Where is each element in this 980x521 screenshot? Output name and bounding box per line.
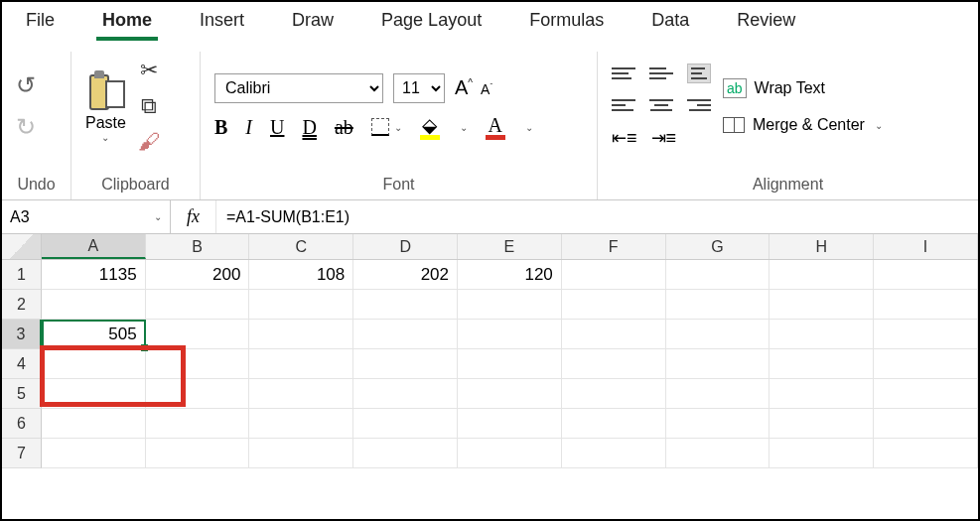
italic-button[interactable]: I [245,116,252,139]
row-header-7[interactable]: 7 [2,439,42,468]
wrap-text-button[interactable]: ab Wrap Text [723,78,883,98]
tab-review[interactable]: Review [731,10,801,37]
row-header-6[interactable]: 6 [2,409,42,439]
fill-color-dropdown-icon[interactable]: ⌄ [460,122,468,133]
redo-icon[interactable]: ↻ [16,113,36,141]
align-right-icon[interactable] [687,95,711,115]
paste-button[interactable]: Paste ⌄ [85,70,126,143]
col-header-H[interactable]: H [770,234,874,259]
row-header-3[interactable]: 3 [2,320,42,349]
cell-C4[interactable] [249,349,353,379]
cell-A4[interactable] [42,349,146,379]
cell-H2[interactable] [770,290,874,320]
select-all-corner[interactable] [2,234,42,259]
cell-G2[interactable] [666,290,770,320]
cell-B4[interactable] [146,349,250,379]
col-header-B[interactable]: B [146,234,250,259]
cell-F2[interactable] [562,290,666,320]
cell-G7[interactable] [666,439,770,468]
cell-D2[interactable] [353,290,458,320]
cell-C5[interactable] [249,379,353,409]
font-color-button[interactable]: A [486,115,505,140]
cell-A7[interactable] [42,439,146,468]
cell-B6[interactable] [146,409,250,439]
cell-H3[interactable] [770,320,874,349]
cell-I4[interactable] [874,349,978,379]
name-box[interactable]: A3 ⌄ [2,200,171,233]
tab-draw[interactable]: Draw [286,10,340,37]
strikethrough-button[interactable]: ab [335,116,353,139]
font-color-dropdown-icon[interactable]: ⌄ [525,122,533,133]
formula-input[interactable] [216,208,978,226]
tab-home[interactable]: Home [96,10,158,41]
cell-A1[interactable]: 1135 [42,260,146,290]
tab-formulas[interactable]: Formulas [523,10,610,37]
cell-I1[interactable] [874,260,978,290]
underline-button[interactable]: U [270,116,284,139]
tab-pagelayout[interactable]: Page Layout [375,10,488,37]
cell-I7[interactable] [874,439,978,468]
cell-E4[interactable] [458,349,562,379]
cell-H6[interactable] [770,409,874,439]
cell-C1[interactable]: 108 [249,260,353,290]
copy-icon[interactable]: ⧉ [141,93,157,119]
cell-E3[interactable] [458,320,562,349]
cell-B1[interactable]: 200 [146,260,250,290]
name-box-dropdown-icon[interactable]: ⌄ [154,211,162,222]
col-header-I[interactable]: I [874,234,978,259]
cell-H4[interactable] [770,349,874,379]
cell-B7[interactable] [146,439,250,468]
cell-D4[interactable] [353,349,458,379]
cut-icon[interactable]: ✂ [140,58,158,83]
col-header-A[interactable]: A [42,234,146,259]
cell-E5[interactable] [458,379,562,409]
align-left-icon[interactable] [612,95,635,115]
decrease-indent-icon[interactable]: ⇤≡ [612,127,637,149]
font-size-select[interactable]: 11 [393,73,445,103]
cell-I6[interactable] [874,409,978,439]
cell-C7[interactable] [249,439,353,468]
col-header-G[interactable]: G [666,234,770,259]
cell-G6[interactable] [666,409,770,439]
cell-B3[interactable] [146,320,250,349]
merge-center-button[interactable]: Merge & Center ⌄ [723,116,883,134]
paste-dropdown-icon[interactable]: ⌄ [101,132,109,143]
double-underline-button[interactable]: D [302,116,316,139]
fx-icon[interactable]: fx [171,200,216,233]
cell-G3[interactable] [666,320,770,349]
tab-insert[interactable]: Insert [194,10,250,37]
cell-E2[interactable] [458,290,562,320]
cell-G1[interactable] [666,260,770,290]
col-header-E[interactable]: E [458,234,562,259]
cell-A6[interactable] [42,409,146,439]
shrink-font-icon[interactable]: Aˇ [481,81,492,97]
col-header-D[interactable]: D [353,234,458,259]
cell-D1[interactable]: 202 [353,260,458,290]
row-header-1[interactable]: 1 [2,260,42,290]
cell-B2[interactable] [146,290,250,320]
font-name-select[interactable]: Calibri [214,73,383,103]
cell-F3[interactable] [562,320,666,349]
cell-D5[interactable] [353,379,458,409]
align-top-icon[interactable] [612,64,635,83]
tab-file[interactable]: File [20,10,61,37]
cell-H1[interactable] [770,260,874,290]
align-bottom-icon[interactable] [687,64,711,83]
format-painter-icon[interactable]: 🖌 [138,129,160,155]
fill-color-button[interactable]: ⬙ [420,115,440,140]
cell-F1[interactable] [562,260,666,290]
undo-icon[interactable]: ↺ [16,71,36,99]
cell-E6[interactable] [458,409,562,439]
cell-D3[interactable] [353,320,458,349]
cell-I5[interactable] [874,379,978,409]
cell-G5[interactable] [666,379,770,409]
col-header-C[interactable]: C [249,234,353,259]
cell-I2[interactable] [874,290,978,320]
cell-H7[interactable] [770,439,874,468]
cell-H5[interactable] [770,379,874,409]
cell-C3[interactable] [249,320,353,349]
cell-C6[interactable] [249,409,353,439]
cell-F6[interactable] [562,409,666,439]
cell-D7[interactable] [353,439,458,468]
cell-E1[interactable]: 120 [458,260,562,290]
